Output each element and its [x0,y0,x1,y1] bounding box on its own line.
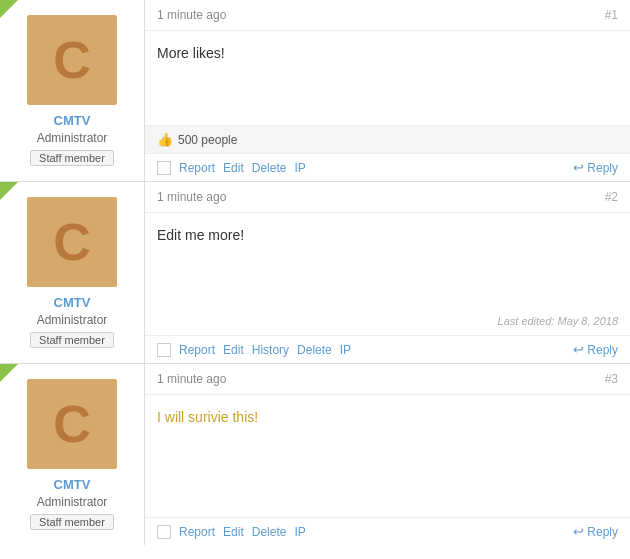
post-body-1: More likes! [145,31,630,125]
avatar-1: C [27,15,117,105]
posts-container: C CMTV Administrator Staff member 1 minu… [0,0,630,545]
post-3: C CMTV Administrator Staff member 1 minu… [0,363,630,545]
post-body-2: Edit me more! [145,213,630,315]
post-header-2: 1 minute ago #2 [145,182,630,213]
user-role-3: Administrator [10,495,134,509]
username-1[interactable]: CMTV [10,113,134,128]
post-timestamp-1: 1 minute ago [157,8,226,22]
select-checkbox-3[interactable] [157,525,171,539]
avatar-letter-1: C [53,34,91,86]
post-header-1: 1 minute ago #1 [145,0,630,31]
post-body-3: I will surivie this! [145,395,630,517]
like-icon-1: 👍 [157,132,173,147]
post-timestamp-3: 1 minute ago [157,372,226,386]
post-1: C CMTV Administrator Staff member 1 minu… [0,0,630,181]
delete-link-1[interactable]: Delete [252,161,287,175]
post-content-3: 1 minute ago #3 I will surivie this! Rep… [145,364,630,545]
user-role-2: Administrator [10,313,134,327]
select-checkbox-1[interactable] [157,161,171,175]
likes-bar-1: 👍 500 people [145,125,630,153]
likes-count-1: 500 people [178,133,237,147]
post-actions-2: Report Edit History Delete IP Reply [145,335,630,363]
user-role-1: Administrator [10,131,134,145]
post-header-3: 1 minute ago #3 [145,364,630,395]
ip-link-1[interactable]: IP [294,161,305,175]
staff-badge-3: Staff member [30,514,114,530]
delete-link-2[interactable]: Delete [297,343,332,357]
select-checkbox-2[interactable] [157,343,171,357]
post-2: C CMTV Administrator Staff member 1 minu… [0,181,630,363]
post-number-3: #3 [605,372,618,386]
avatar-letter-2: C [53,216,91,268]
report-link-2[interactable]: Report [179,343,215,357]
user-panel-1: C CMTV Administrator Staff member [0,0,145,181]
report-link-3[interactable]: Report [179,525,215,539]
avatar-2: C [27,197,117,287]
edit-link-3[interactable]: Edit [223,525,244,539]
post-text-3: I will surivie this! [157,407,618,428]
post-text-1: More likes! [157,43,618,64]
delete-link-3[interactable]: Delete [252,525,287,539]
post-number-2: #2 [605,190,618,204]
post-actions-3: Report Edit Delete IP Reply [145,517,630,545]
post-text-2: Edit me more! [157,225,618,246]
post-timestamp-2: 1 minute ago [157,190,226,204]
report-link-1[interactable]: Report [179,161,215,175]
post-content-2: 1 minute ago #2 Edit me more! Last edite… [145,182,630,363]
reply-button-2[interactable]: Reply [573,342,618,357]
username-3[interactable]: CMTV [10,477,134,492]
edit-link-1[interactable]: Edit [223,161,244,175]
edit-link-2[interactable]: Edit [223,343,244,357]
edit-note-2: Last edited: May 8, 2018 [145,315,630,335]
avatar-letter-3: C [53,398,91,450]
staff-badge-1: Staff member [30,150,114,166]
post-actions-1: Report Edit Delete IP Reply [145,153,630,181]
staff-badge-2: Staff member [30,332,114,348]
reply-button-1[interactable]: Reply [573,160,618,175]
username-2[interactable]: CMTV [10,295,134,310]
reply-button-3[interactable]: Reply [573,524,618,539]
avatar-3: C [27,379,117,469]
user-panel-3: C CMTV Administrator Staff member [0,364,145,545]
ip-link-2[interactable]: IP [340,343,351,357]
post-content-1: 1 minute ago #1 More likes! 👍 500 people… [145,0,630,181]
history-link-2[interactable]: History [252,343,289,357]
user-panel-2: C CMTV Administrator Staff member [0,182,145,363]
ip-link-3[interactable]: IP [294,525,305,539]
post-number-1: #1 [605,8,618,22]
